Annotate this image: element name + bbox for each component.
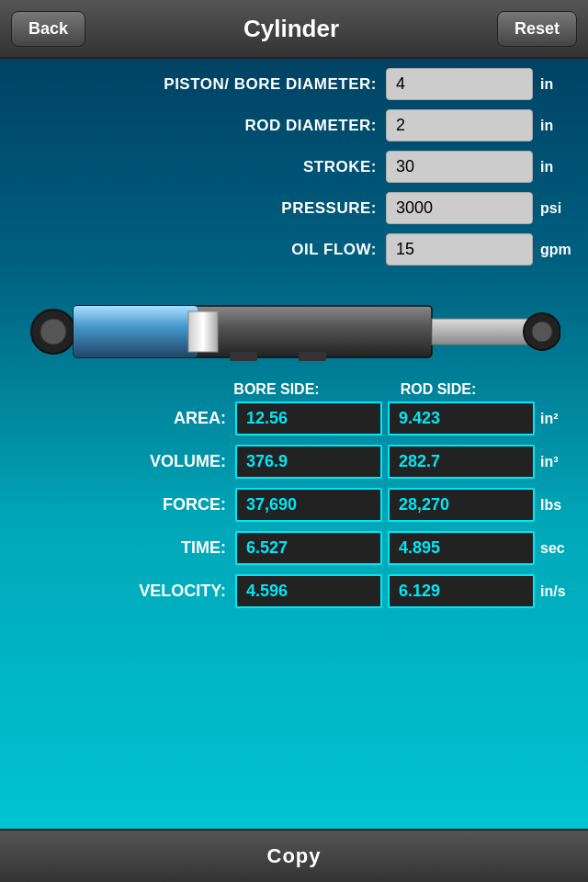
result-unit-force: lbs — [540, 497, 577, 514]
result-unit-time: sec — [540, 540, 577, 557]
label-bore-diameter: PISTON/ BORE DIAMETER: — [119, 75, 377, 94]
rod-value-velocity: 6.129 — [388, 574, 535, 608]
rod-value-force: 28,270 — [388, 488, 535, 522]
rod-value-time: 4.895 — [388, 531, 535, 565]
rod-value-volume: 282.7 — [388, 445, 535, 479]
label-rod-diameter: ROD DIAMETER: — [119, 117, 377, 135]
svg-rect-7 — [432, 319, 531, 345]
label-stroke: STROKE: — [119, 158, 377, 176]
svg-rect-4 — [188, 311, 218, 352]
svg-rect-6 — [299, 352, 326, 361]
input-row-pressure: PRESSURE:psi — [15, 192, 573, 224]
result-label-velocity: VELOCITY: — [116, 582, 226, 601]
svg-point-1 — [40, 319, 66, 345]
copy-button[interactable]: Copy — [267, 844, 322, 868]
label-pressure: PRESSURE: — [119, 199, 377, 218]
input-row-stroke: STROKE:in — [15, 151, 573, 183]
result-unit-velocity: in/s — [540, 583, 577, 600]
back-button[interactable]: Back — [11, 11, 85, 47]
result-label-area: AREA: — [116, 409, 226, 428]
bore-value-area: 12.56 — [235, 401, 382, 435]
result-row-time: TIME:6.5274.895sec — [11, 531, 577, 565]
result-row-volume: VOLUME:376.9282.7in³ — [11, 445, 577, 479]
result-row-velocity: VELOCITY:4.5966.129in/s — [11, 574, 577, 608]
bore-value-time: 6.527 — [235, 531, 382, 565]
results-header: BORE SIDE: ROD SIDE: — [11, 381, 577, 398]
result-row-force: FORCE:37,69028,270lbs — [11, 488, 577, 522]
field-oil-flow[interactable] — [386, 233, 533, 266]
rod-value-area: 9.423 — [388, 401, 535, 435]
input-row-rod-diameter: ROD DIAMETER:in — [15, 109, 573, 141]
header: Back Cylinder Reset — [0, 0, 588, 59]
field-rod-diameter[interactable] — [386, 109, 533, 141]
unit-rod-diameter: in — [540, 118, 573, 134]
result-label-volume: VOLUME: — [116, 452, 226, 471]
unit-pressure: psi — [540, 200, 573, 217]
result-label-time: TIME: — [116, 538, 226, 558]
field-bore-diameter[interactable] — [386, 68, 533, 100]
svg-rect-5 — [230, 352, 257, 361]
svg-rect-3 — [74, 306, 198, 357]
result-unit-volume: in³ — [540, 454, 577, 470]
input-row-bore-diameter: PISTON/ BORE DIAMETER:in — [15, 68, 573, 100]
unit-bore-diameter: in — [540, 76, 573, 93]
result-unit-area: in² — [540, 411, 577, 427]
result-row-area: AREA:12.569.423in² — [11, 401, 577, 435]
label-oil-flow: OIL FLOW: — [119, 241, 377, 259]
input-section: PISTON/ BORE DIAMETER:inROD DIAMETER:inS… — [0, 59, 588, 280]
copy-bar: Copy — [0, 829, 588, 882]
rod-side-header: ROD SIDE: — [360, 381, 516, 398]
unit-oil-flow: gpm — [540, 242, 573, 258]
field-stroke[interactable] — [386, 151, 533, 183]
unit-stroke: in — [540, 159, 573, 175]
bore-value-force: 37,690 — [235, 488, 382, 522]
svg-point-9 — [532, 322, 552, 342]
bore-value-velocity: 4.596 — [235, 574, 382, 608]
bore-value-volume: 376.9 — [235, 445, 382, 479]
field-pressure[interactable] — [386, 192, 533, 224]
results-section: BORE SIDE: ROD SIDE: AREA:12.569.423in²V… — [0, 381, 588, 608]
bore-side-header: BORE SIDE: — [198, 381, 355, 398]
cylinder-illustration — [0, 280, 588, 381]
result-label-force: FORCE: — [116, 495, 226, 514]
page-title: Cylinder — [85, 15, 497, 43]
input-row-oil-flow: OIL FLOW:gpm — [15, 233, 573, 266]
reset-button[interactable]: Reset — [497, 11, 577, 47]
